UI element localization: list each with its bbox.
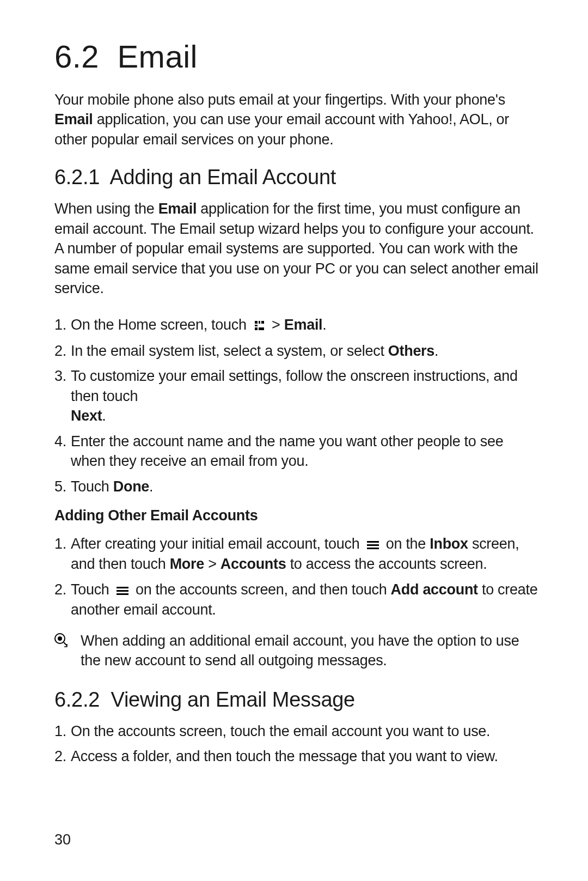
step-bold: Inbox xyxy=(430,536,468,552)
intro-pre: Your mobile phone also puts email at you… xyxy=(54,92,505,108)
svg-rect-9 xyxy=(117,587,128,588)
step-post: . xyxy=(434,343,438,359)
subsection-number: 6.2.1 xyxy=(54,166,100,189)
svg-rect-3 xyxy=(255,325,258,326)
sub-heading-other-accounts: Adding Other Email Accounts xyxy=(54,507,539,524)
svg-rect-1 xyxy=(259,321,260,324)
section-title-text: Email xyxy=(117,39,198,74)
step-text: On the Home screen, touch xyxy=(71,317,250,333)
svg-rect-4 xyxy=(255,327,258,330)
step-text: On the accounts screen, touch the email … xyxy=(71,723,490,739)
page-number: 30 xyxy=(54,831,71,848)
svg-rect-0 xyxy=(255,321,258,324)
step-post: . xyxy=(322,317,326,333)
step-sep: > xyxy=(204,556,220,572)
subsection-621-intro: When using the Email application for the… xyxy=(54,199,539,298)
step-mid: on the accounts screen, and then touch xyxy=(132,581,391,598)
sub621-intro-pre: When using the xyxy=(54,200,158,217)
sub621-intro-bold: Email xyxy=(158,200,197,217)
svg-rect-7 xyxy=(367,544,379,546)
steps-list-621: On the Home screen, touch > Email. In th… xyxy=(54,315,539,497)
step-mid: > xyxy=(268,317,284,333)
step-item: Access a folder, and then touch the mess… xyxy=(54,746,539,766)
svg-rect-5 xyxy=(259,327,264,330)
svg-rect-11 xyxy=(117,593,128,595)
manual-page: 6.2 Email Your mobile phone also puts em… xyxy=(0,0,588,881)
step-text: Touch xyxy=(71,478,113,495)
menu-icon xyxy=(117,580,128,600)
step-item: To customize your email settings, follow… xyxy=(54,366,539,426)
step-bold: Add account xyxy=(391,581,478,598)
step-post: . xyxy=(149,478,153,495)
step-bold: More xyxy=(170,556,204,572)
note-block: When adding an additional email account,… xyxy=(54,631,539,671)
steps-list-622: On the accounts screen, touch the email … xyxy=(54,721,539,767)
section-number: 6.2 xyxy=(54,39,99,74)
svg-point-13 xyxy=(58,636,62,641)
step-item: Touch on the accounts screen, and then t… xyxy=(54,580,539,620)
step-post: to access the accounts screen. xyxy=(286,556,487,572)
subsection-number: 6.2.2 xyxy=(54,688,100,711)
step-item: Touch Done. xyxy=(54,477,539,496)
step-text: Access a folder, and then touch the mess… xyxy=(71,748,498,764)
svg-rect-8 xyxy=(367,548,379,549)
step-mid: on the xyxy=(382,536,430,552)
note-text: When adding an additional email account,… xyxy=(76,631,539,671)
subsection-title-text: Adding an Email Account xyxy=(109,166,336,189)
step-item: On the accounts screen, touch the email … xyxy=(54,721,539,741)
step-text: After creating your initial email accoun… xyxy=(71,536,364,552)
section-intro: Your mobile phone also puts email at you… xyxy=(54,90,539,149)
step-bold: Others xyxy=(388,343,434,359)
step-item: On the Home screen, touch > Email. xyxy=(54,315,539,336)
menu-icon xyxy=(367,534,379,554)
svg-rect-10 xyxy=(117,590,128,592)
svg-rect-6 xyxy=(367,541,379,543)
step-bold: Email xyxy=(284,317,323,333)
step-text: Touch xyxy=(71,581,113,598)
step-item: In the email system list, select a syste… xyxy=(54,341,539,361)
step-text: In the email system list, select a syste… xyxy=(71,343,388,359)
intro-bold: Email xyxy=(54,111,93,127)
step-item: Enter the account name and the name you … xyxy=(54,432,539,471)
svg-rect-2 xyxy=(261,321,264,324)
subsection-title-text: Viewing an Email Message xyxy=(111,688,355,711)
step-post: . xyxy=(102,408,106,424)
step-bold: Accounts xyxy=(220,556,286,572)
step-bold: Next xyxy=(71,408,102,424)
section-title: 6.2 Email xyxy=(54,38,539,75)
steps-list-other: After creating your initial email accoun… xyxy=(54,534,539,620)
note-icon xyxy=(54,633,69,652)
subsection-621-title: 6.2.1 Adding an Email Account xyxy=(54,166,539,189)
step-item: After creating your initial email accoun… xyxy=(54,534,539,574)
apps-icon xyxy=(254,316,265,336)
step-text: Enter the account name and the name you … xyxy=(71,433,503,469)
subsection-622-title: 6.2.2 Viewing an Email Message xyxy=(54,688,539,712)
intro-post: application, you can use your email acco… xyxy=(54,111,509,147)
step-text: To customize your email settings, follow… xyxy=(71,368,518,404)
step-bold: Done xyxy=(113,478,149,495)
